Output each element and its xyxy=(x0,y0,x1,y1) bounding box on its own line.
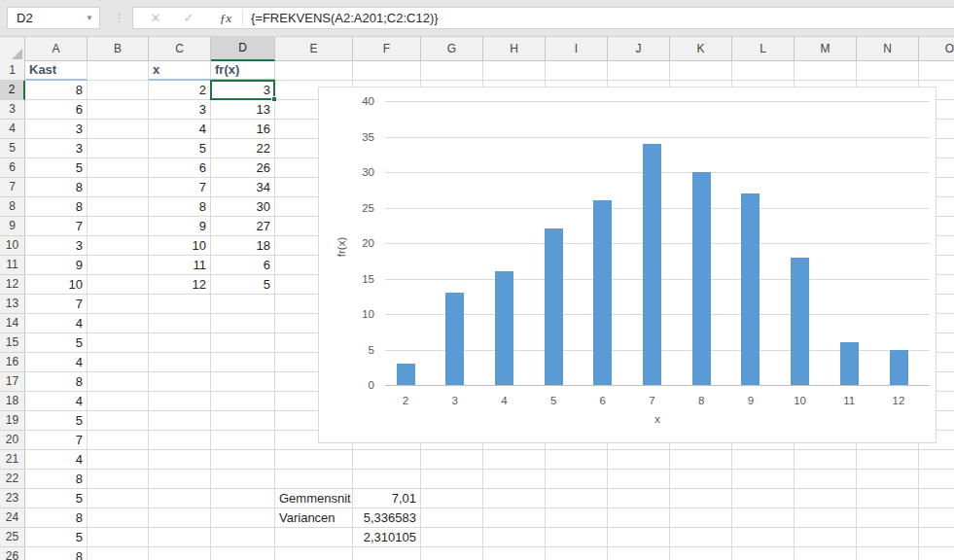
cell-D11[interactable]: 6 xyxy=(211,256,275,275)
cell-O23[interactable] xyxy=(919,489,954,508)
cell-C16[interactable] xyxy=(149,353,211,372)
cell-C9[interactable]: 9 xyxy=(149,217,211,236)
chart-bar-x12[interactable] xyxy=(890,350,908,386)
cell-O24[interactable] xyxy=(919,508,954,528)
chart-bar-x8[interactable] xyxy=(692,172,711,385)
cell-F24[interactable]: 5,336583 xyxy=(353,508,421,528)
cell-B26[interactable] xyxy=(88,547,149,560)
row-header-4[interactable]: 4 xyxy=(0,120,25,139)
cell-D18[interactable] xyxy=(211,392,275,411)
row-header-2[interactable]: 2 xyxy=(0,81,25,100)
cell-D21[interactable] xyxy=(211,450,275,470)
cell-A19[interactable]: 5 xyxy=(25,411,88,431)
cell-H1[interactable] xyxy=(483,61,546,81)
cell-C17[interactable] xyxy=(149,372,211,392)
row-header-13[interactable]: 13 xyxy=(0,295,25,314)
column-header-F[interactable]: F xyxy=(353,37,421,61)
cell-C1[interactable]: x xyxy=(149,61,211,81)
cell-B19[interactable] xyxy=(88,411,149,431)
cell-B17[interactable] xyxy=(88,372,149,392)
cell-N1[interactable] xyxy=(857,61,919,81)
insert-function-icon[interactable]: ƒx xyxy=(215,8,236,28)
chart-bar-x7[interactable] xyxy=(643,144,661,385)
cell-C20[interactable] xyxy=(149,431,211,450)
cell-B4[interactable] xyxy=(88,120,149,139)
cell-B5[interactable] xyxy=(88,139,149,158)
cell-I1[interactable] xyxy=(546,61,608,81)
column-header-K[interactable]: K xyxy=(670,37,732,61)
row-header-22[interactable]: 22 xyxy=(0,470,25,489)
cell-D1[interactable]: fr(x) xyxy=(211,61,275,81)
cell-I25[interactable] xyxy=(546,528,608,547)
cell-A2[interactable]: 8 xyxy=(25,81,88,100)
cell-D15[interactable] xyxy=(211,333,275,353)
cell-D25[interactable] xyxy=(211,528,275,547)
row-header-5[interactable]: 5 xyxy=(0,139,25,158)
cell-M22[interactable] xyxy=(795,470,857,489)
cell-O26[interactable] xyxy=(919,547,954,560)
cell-M25[interactable] xyxy=(795,528,857,547)
cell-G21[interactable] xyxy=(421,450,483,470)
cell-M23[interactable] xyxy=(795,489,857,508)
chart-bar-x11[interactable] xyxy=(840,342,859,385)
cell-K1[interactable] xyxy=(670,61,732,81)
cell-B3[interactable] xyxy=(88,100,149,120)
column-header-G[interactable]: G xyxy=(421,37,483,61)
cell-D19[interactable] xyxy=(211,411,275,431)
cell-C10[interactable]: 10 xyxy=(149,236,211,256)
cell-I21[interactable] xyxy=(546,450,608,470)
cell-D17[interactable] xyxy=(211,372,275,392)
cell-D10[interactable]: 18 xyxy=(211,236,275,256)
cell-B15[interactable] xyxy=(88,333,149,353)
row-header-20[interactable]: 20 xyxy=(0,431,25,450)
cell-A15[interactable]: 5 xyxy=(25,333,88,353)
cell-J23[interactable] xyxy=(608,489,670,508)
cell-G25[interactable] xyxy=(421,528,483,547)
row-header-26[interactable]: 26 xyxy=(0,547,25,560)
column-header-D[interactable]: D xyxy=(211,37,275,61)
column-header-N[interactable]: N xyxy=(857,37,919,61)
cell-N25[interactable] xyxy=(857,528,919,547)
cell-G23[interactable] xyxy=(421,489,483,508)
cell-D23[interactable] xyxy=(211,489,275,508)
cell-B12[interactable] xyxy=(88,275,149,295)
row-header-24[interactable]: 24 xyxy=(0,508,25,528)
cell-O22[interactable] xyxy=(919,470,954,489)
cell-A5[interactable]: 3 xyxy=(25,139,88,158)
cell-A11[interactable]: 9 xyxy=(25,256,88,275)
cell-A3[interactable]: 6 xyxy=(25,100,88,120)
cell-E24[interactable]: Variancen xyxy=(275,508,353,528)
cell-L1[interactable] xyxy=(732,61,795,81)
cell-C22[interactable] xyxy=(149,470,211,489)
row-header-16[interactable]: 16 xyxy=(0,353,25,372)
cell-A26[interactable]: 8 xyxy=(25,547,88,560)
enter-icon[interactable]: ✓ xyxy=(178,8,199,28)
cell-F23[interactable]: 7,01 xyxy=(353,489,421,508)
cell-C6[interactable]: 6 xyxy=(149,158,211,178)
cell-C26[interactable] xyxy=(149,547,211,560)
row-header-21[interactable]: 21 xyxy=(0,450,25,470)
cell-B14[interactable] xyxy=(88,314,149,333)
cell-H26[interactable] xyxy=(483,547,546,560)
cancel-icon[interactable]: ✕ xyxy=(145,8,166,28)
cell-F25[interactable]: 2,310105 xyxy=(353,528,421,547)
name-box-dropdown-icon[interactable]: ▼ xyxy=(86,8,93,29)
cell-A6[interactable]: 5 xyxy=(25,158,88,178)
cell-C15[interactable] xyxy=(149,333,211,353)
cell-C5[interactable]: 5 xyxy=(149,139,211,158)
cell-C23[interactable] xyxy=(149,489,211,508)
cell-M24[interactable] xyxy=(795,508,857,528)
cell-C24[interactable] xyxy=(149,508,211,528)
cell-B21[interactable] xyxy=(88,450,149,470)
row-header-12[interactable]: 12 xyxy=(0,275,25,295)
cell-L21[interactable] xyxy=(732,450,795,470)
cell-D20[interactable] xyxy=(211,431,275,450)
cell-C8[interactable]: 8 xyxy=(149,197,211,217)
row-header-25[interactable]: 25 xyxy=(0,528,25,547)
chart-bar-x10[interactable] xyxy=(791,258,809,385)
name-box[interactable]: D2 ▼ xyxy=(7,7,100,29)
chart-bar-x6[interactable] xyxy=(593,200,612,385)
cell-I23[interactable] xyxy=(546,489,608,508)
cell-C13[interactable] xyxy=(149,295,211,314)
cell-H21[interactable] xyxy=(483,450,546,470)
